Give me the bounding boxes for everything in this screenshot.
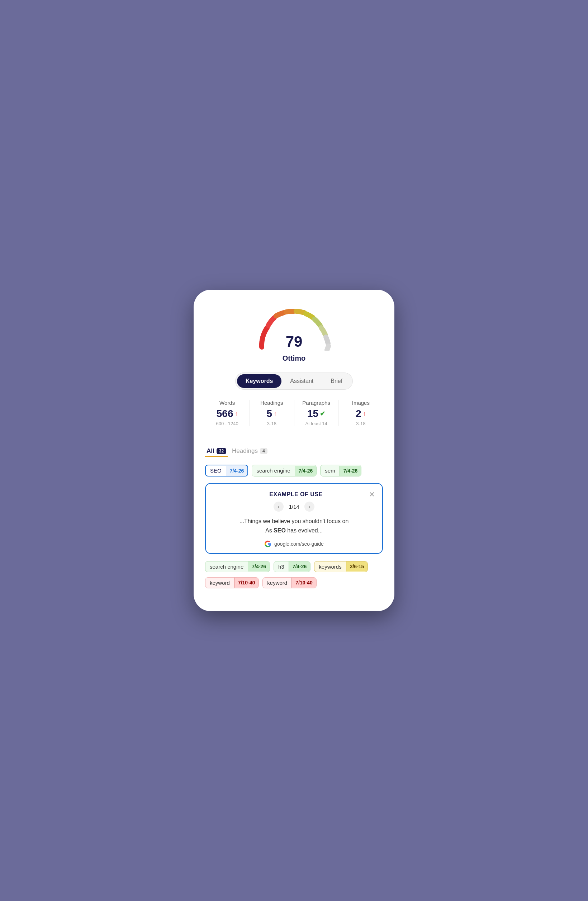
tab-assistant[interactable]: Assistant [281,374,322,388]
gauge-container: 79 Ottimo [205,308,383,362]
keyword-text-keyword-1: keyword [206,578,234,588]
stat-paragraphs-value: 15 ✔ [297,408,335,419]
example-source: google.com/seo-guide [213,540,375,547]
paragraphs-check-icon: ✔ [320,410,325,418]
filter-badge-all: 32 [217,448,226,454]
filter-tabs: All 32 Headings 4 [205,445,383,457]
prev-arrow[interactable]: ‹ [274,502,284,511]
stat-paragraphs-range: At least 14 [297,421,335,426]
example-text: ...Things we believe you shouldn't focus… [213,517,375,535]
keyword-text-keyword-2: keyword [263,578,292,588]
source-domain: google.com/seo-guide [274,541,324,547]
stat-words: Words 566 ↑ 600 - 1240 [205,400,250,426]
example-box: EXAMPLE OF USE ✕ ‹ 1/14 › ...Things we b… [205,483,383,553]
keyword-highlight: SEO [274,527,286,533]
tab-keywords[interactable]: Keywords [237,374,281,388]
filter-badge-headings: 4 [260,448,267,454]
keyword-badge-seo: 7/4-26 [226,466,248,476]
example-header: EXAMPLE OF USE ✕ [213,491,375,498]
keyword-text-h3: h3 [274,561,289,572]
example-title: EXAMPLE OF USE [223,491,369,498]
keyword-text-search-engine-1: search engine [252,465,294,476]
stat-images-range: 3-18 [342,421,380,426]
keyword-tag-keyword-1[interactable]: keyword 7/10-40 [205,577,259,588]
stat-words-range: 600 - 1240 [208,421,246,426]
keyword-tag-keyword-2[interactable]: keyword 7/10-40 [262,577,316,588]
keyword-tag-search-engine-2[interactable]: search engine 7/4-26 [205,561,270,572]
filter-tab-all[interactable]: All 32 [205,445,228,457]
keyword-text-seo: SEO [206,465,226,476]
keyword-badge-h3: 7/4-26 [289,561,310,572]
keyword-badge-search-engine-2: 7/4-26 [248,561,270,572]
keyword-row-1: SEO 7/4-26 search engine 7/4-26 sem 7/4-… [205,465,383,477]
keyword-tag-search-engine-1[interactable]: search engine 7/4-26 [252,465,317,477]
keyword-row-3: keyword 7/10-40 keyword 7/10-40 [205,577,383,588]
tab-brief[interactable]: Brief [322,374,351,388]
keyword-tag-seo[interactable]: SEO 7/4-26 [205,465,248,477]
google-icon [264,540,271,547]
gauge-score: 79 [286,334,303,349]
keyword-tag-keywords[interactable]: keywords 3/6-15 [314,561,368,572]
words-arrow-icon: ↑ [234,410,238,418]
keyword-badge-keywords: 3/6-15 [346,561,368,572]
stat-headings-value: 5 ↑ [253,408,291,419]
example-nav: ‹ 1/14 › [213,502,375,511]
gauge-label: Ottimo [282,354,306,362]
tabs-wrapper: Keywords Assistant Brief [235,373,353,390]
keyword-badge-keyword-1: 7/10-40 [234,578,259,588]
filter-tab-headings[interactable]: Headings 4 [231,445,269,457]
keyword-text-search-engine-2: search engine [206,561,248,572]
stat-images-label: Images [342,400,380,406]
stat-headings: Headings 5 ↑ 3-18 [250,400,294,426]
stat-headings-label: Headings [253,400,291,406]
next-arrow[interactable]: › [304,502,314,511]
keyword-tag-h3[interactable]: h3 7/4-26 [274,561,310,572]
stat-words-label: Words [208,400,246,406]
keyword-badge-sem: 7/4-26 [340,466,362,476]
gauge-center: 79 [286,334,303,349]
stat-images: Images 2 ↑ 3-18 [339,400,383,426]
stat-paragraphs: Paragraphs 15 ✔ At least 14 [294,400,339,426]
stat-words-value: 566 ↑ [208,408,246,419]
close-button[interactable]: ✕ [369,491,375,498]
phone-frame: 79 Ottimo Keywords Assistant Brief Words… [193,290,395,611]
keyword-badge-keyword-2: 7/10-40 [292,578,316,588]
headings-arrow-icon: ↑ [274,410,277,418]
stat-paragraphs-label: Paragraphs [297,400,335,406]
nav-page: 1/14 [289,504,299,510]
tabs-container: Keywords Assistant Brief [205,373,383,390]
keyword-text-keywords: keywords [314,561,346,572]
keyword-tag-sem[interactable]: sem 7/4-26 [320,465,362,477]
stats-row: Words 566 ↑ 600 - 1240 Headings 5 ↑ 3-18… [205,400,383,435]
images-arrow-icon: ↑ [363,410,366,418]
stat-images-value: 2 ↑ [342,408,380,419]
keyword-row-2: search engine 7/4-26 h3 7/4-26 keywords … [205,561,383,572]
stat-headings-range: 3-18 [253,421,291,426]
keyword-badge-search-engine-1: 7/4-26 [295,466,317,476]
gauge-wrap: 79 [254,308,334,351]
keyword-text-sem: sem [321,465,339,476]
